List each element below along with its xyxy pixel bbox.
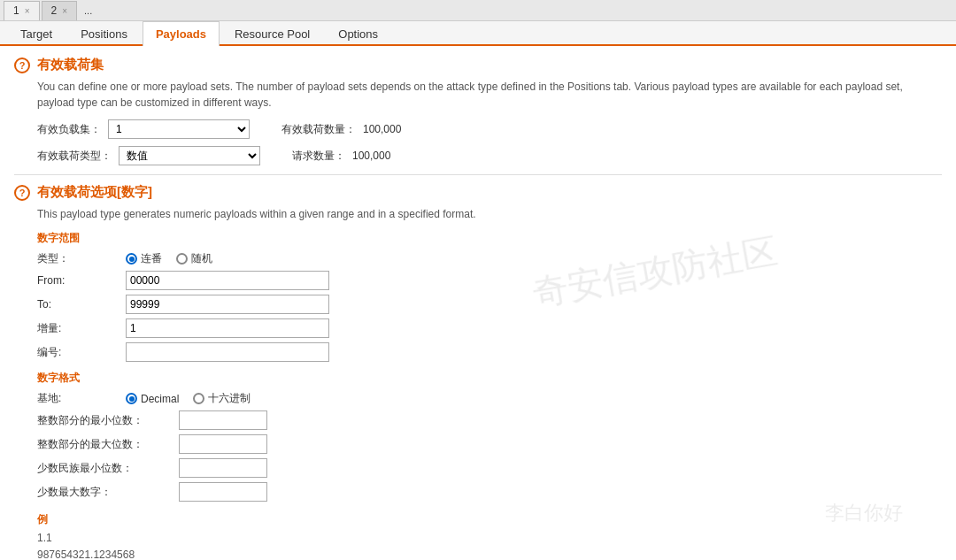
int-max-row: 整数部分的最大位数： <box>37 434 942 454</box>
tab-top-2-close[interactable]: × <box>62 6 67 16</box>
radio-decimal[interactable]: Decimal <box>126 393 179 405</box>
tab-resource-pool[interactable]: Resource Pool <box>221 21 323 46</box>
int-max-input[interactable] <box>179 434 267 454</box>
example-section: 例 1.1 987654321.1234568 <box>37 512 942 560</box>
subsection1-label: 数字范围 <box>37 231 942 246</box>
to-input[interactable] <box>126 295 329 314</box>
dec-min-row: 少数民族最小位数： <box>37 458 942 478</box>
section2-title: 有效载荷选项[数字] <box>37 184 152 201</box>
radio-hex-circle <box>193 393 204 404</box>
to-label: To: <box>37 298 126 311</box>
tab-payloads[interactable]: Payloads <box>143 21 220 46</box>
label-payload-type: 有效载荷类型： <box>37 149 112 164</box>
to-row: To: <box>37 295 942 314</box>
radio-random-circle <box>176 253 188 265</box>
label-request-count: 请求数量： <box>292 149 345 164</box>
radio-random[interactable]: 随机 <box>176 251 212 266</box>
type-radio-group: 连番 随机 <box>126 251 212 266</box>
tab-top-1-close[interactable]: × <box>25 6 30 16</box>
from-label: From: <box>37 274 126 287</box>
int-min-label: 整数部分的最小位数： <box>37 413 179 428</box>
select-payload-set[interactable]: 1 <box>108 119 250 139</box>
select-payload-type[interactable]: 数值 <box>119 146 260 165</box>
int-min-row: 整数部分的最小位数： <box>37 410 942 430</box>
section1-header: ? 有效载荷集 <box>14 57 942 73</box>
label-payload-count: 有效载荷数量： <box>281 122 356 137</box>
example-line1: 1.1 <box>37 530 942 547</box>
section2-header: ? 有效载荷选项[数字] <box>14 184 942 201</box>
from-input[interactable] <box>126 271 329 290</box>
int-max-label: 整数部分的最大位数： <box>37 437 179 452</box>
base-radio-group: Decimal 十六进制 <box>126 391 251 406</box>
tab-positions[interactable]: Positions <box>67 21 141 46</box>
step-row: 增量: <box>37 318 942 338</box>
dec-max-input[interactable] <box>179 482 267 502</box>
main-tab-nav: Target Positions Payloads Resource Pool … <box>0 21 956 46</box>
section1-desc: You can define one or more payload sets.… <box>37 79 942 111</box>
section2-help-icon[interactable]: ? <box>14 185 30 201</box>
example-line2: 987654321.1234568 <box>37 547 942 560</box>
subsection2-label: 数字格式 <box>37 371 942 386</box>
type-label: 类型： <box>37 251 126 266</box>
dec-min-label: 少数民族最小位数： <box>37 461 179 476</box>
tab-options[interactable]: Options <box>325 21 391 46</box>
section2-desc: This payload type generates numeric payl… <box>37 206 942 222</box>
example-label: 例 <box>37 512 942 527</box>
step-input[interactable] <box>126 318 329 338</box>
tab-top-2[interactable]: 2 × <box>42 1 78 20</box>
divider1 <box>14 174 942 175</box>
int-min-input[interactable] <box>179 410 267 430</box>
value-payload-count: 100,000 <box>363 123 401 135</box>
radio-hex[interactable]: 十六进制 <box>193 391 251 406</box>
label-payload-set: 有效负载集： <box>37 122 101 137</box>
section1-title: 有效载荷集 <box>37 57 104 73</box>
tab-target[interactable]: Target <box>7 21 66 46</box>
section1-help-icon[interactable]: ? <box>14 58 30 73</box>
from-row: From: <box>37 271 942 290</box>
code-input[interactable] <box>126 342 329 362</box>
type-row: 类型： 连番 随机 <box>37 251 942 266</box>
dec-min-input[interactable] <box>179 458 267 478</box>
step-label: 增量: <box>37 321 126 336</box>
radio-sequential-circle <box>126 253 137 265</box>
tab-bar-top: 1 × 2 × ... <box>0 0 956 21</box>
tab-top-1[interactable]: 1 × <box>4 1 40 20</box>
base-row: 基地: Decimal 十六进制 <box>37 391 942 406</box>
content-area: ? 有效载荷集 You can define one or more paylo… <box>0 46 956 560</box>
value-request-count: 100,000 <box>352 150 390 162</box>
dec-max-label: 少数最大数字： <box>37 485 179 500</box>
dec-max-row: 少数最大数字： <box>37 482 942 502</box>
code-label: 编号: <box>37 345 126 360</box>
tab-more[interactable]: ... <box>79 4 97 18</box>
tab-top-1-label: 1 <box>13 4 19 17</box>
tab-top-2-label: 2 <box>51 4 58 17</box>
code-row: 编号: <box>37 342 942 362</box>
base-label: 基地: <box>37 391 126 406</box>
radio-decimal-circle <box>126 393 137 404</box>
radio-sequential[interactable]: 连番 <box>126 251 162 266</box>
